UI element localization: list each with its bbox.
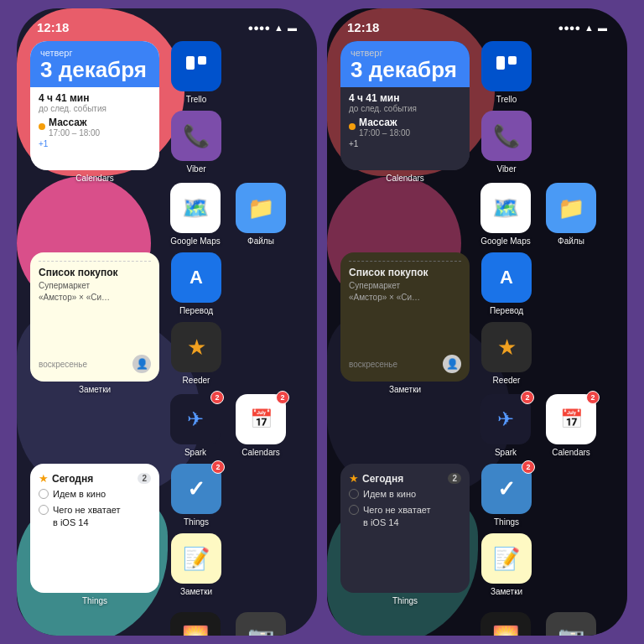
translate-text-right: A — [500, 267, 513, 288]
things-header: ★ Сегодня 2 — [39, 472, 151, 485]
notes-dashes-right — [349, 261, 461, 262]
calendar-widget-left[interactable]: четверг 3 декабря 4 ч 41 мин до след. со… — [30, 41, 159, 183]
things-app-icon-right[interactable]: ✓ 2 Things — [478, 464, 535, 527]
notes-date-row-right: воскресенье 👤 — [349, 355, 461, 373]
spark-icon-right[interactable]: ✈ 2 Spark — [477, 394, 534, 457]
reeder-icon-left[interactable]: ★ Reeder — [168, 322, 225, 385]
viber-label: Viber — [186, 164, 205, 174]
calendars2-icon-left[interactable]: 📅 2 Calendars — [232, 394, 289, 457]
cal-subtitle: до след. события — [39, 104, 151, 113]
spark-label-right: Spark — [495, 448, 517, 457]
things-app-icon-left[interactable]: ✓ 2 Things — [168, 464, 225, 527]
notes-weekday-right: воскресенье — [349, 360, 397, 369]
things-circle-1-right — [349, 489, 359, 499]
cal-dot — [39, 123, 45, 130]
notes-widget-label: Заметки — [79, 385, 111, 394]
calendar-widget-right[interactable]: четверг 3 декабря 4 ч 41 мин до след. со… — [340, 41, 470, 183]
viber-icon-right[interactable]: 📞 Viber — [478, 111, 535, 174]
notes-app-label: Заметки — [180, 587, 212, 596]
notes-emoji-right: 📝 — [493, 546, 520, 572]
row3-right: ★ Сегодня 2 Идем в кино Чего не хватаетв… — [340, 464, 614, 605]
things-widget-right[interactable]: ★ Сегодня 2 Идем в кино Чего не хватаетв… — [340, 464, 470, 605]
gmaps-icon-left[interactable]: 🗺️ Google Maps — [167, 183, 224, 246]
cal-body-right: 4 ч 41 мин до след. события Массаж 17:00… — [340, 87, 470, 170]
phone-right: 12:18 ●●●● ▲ ▬ четверг 3 декабря — [327, 8, 627, 636]
notes-title-right: Список покупок — [349, 267, 461, 278]
translate-icon-left[interactable]: A Перевод — [168, 252, 225, 315]
reeder-star: ★ — [187, 335, 206, 361]
notes-app-icon-left[interactable]: 📝 Заметки — [168, 533, 225, 596]
trello-label: Trello — [186, 95, 207, 104]
things-item-1: Идем в кино — [39, 488, 151, 500]
translate-icon-right[interactable]: A Перевод — [478, 252, 535, 315]
notes-dashes — [39, 261, 151, 262]
status-icons-left: ●●●● ▲ ▬ — [248, 23, 297, 33]
calendars2-icon-right[interactable]: 📅 2 Calendars — [543, 394, 600, 457]
things-item-2: Чего не хватаетв iOS 14 — [39, 504, 151, 528]
things-app-label: Things — [184, 517, 209, 527]
things-star-right: ★ — [349, 472, 359, 485]
spark-wrapper-right: ✈ 2 — [480, 394, 531, 444]
trello-svg — [184, 54, 209, 79]
col-things-notes: ✓ 2 Things 📝 Заметки — [168, 464, 225, 596]
gmaps-icon-right[interactable]: 🗺️ Google Maps — [477, 183, 534, 246]
cal-event-right: Массаж 17:00 – 18:00 — [349, 117, 461, 138]
spark-icon-left[interactable]: ✈ 2 Spark — [167, 394, 224, 457]
things-app-label-right: Things — [494, 517, 519, 527]
things-text-2-right: Чего не хватаетв iOS 14 — [363, 504, 431, 528]
home-grid-right: четверг 3 декабря 4 ч 41 мин до след. со… — [327, 38, 627, 636]
viber-icon-left[interactable]: 📞 Viber — [168, 111, 225, 174]
files-icon-left[interactable]: 📁 Файлы — [232, 183, 289, 246]
gmaps-emoji: 🗺️ — [182, 195, 209, 221]
notes-weekday: воскресенье — [39, 360, 87, 369]
notes-app-label-right: Заметки — [491, 587, 522, 596]
notes-app-icon-right[interactable]: 📝 Заметки — [478, 533, 535, 596]
camera-emoji-right: 📷 — [558, 625, 584, 636]
things-widget-label-right: Things — [392, 596, 418, 605]
spark-badge-right: 2 — [521, 391, 534, 404]
things-count-right: 2 — [448, 473, 461, 484]
photos-icon-right[interactable]: 🌅 Фото — [477, 612, 534, 636]
notes-widget-left[interactable]: Список покупок Супермаркет«Амстор» × «Си… — [30, 252, 159, 394]
notes-body: Супермаркет«Амстор» × «Си… — [39, 280, 151, 304]
calendars2-emoji-right: 📅 — [560, 408, 583, 430]
wifi-icon: ▲ — [274, 23, 283, 33]
reeder-label: Reeder — [183, 376, 210, 385]
photos-emoji-right: 🌅 — [492, 625, 519, 636]
battery-icon-right: ▬ — [598, 23, 607, 33]
spark-plane-right: ✈ — [497, 408, 514, 431]
cal-header: четверг 3 декабря — [30, 41, 159, 87]
reeder-icon-right[interactable]: ★ Reeder — [478, 322, 535, 385]
calendars-widget-label: Calendars — [75, 174, 114, 183]
notes-widget-label-right: Заметки — [389, 385, 421, 394]
notes-body-right: Супермаркет«Амстор» × «Си… — [349, 280, 461, 304]
notes-avatar: 👤 — [132, 355, 151, 373]
trello-icon-left[interactable]: Trello — [168, 41, 225, 104]
calendars2-badge: 2 — [276, 391, 289, 404]
camera-icon-right[interactable]: 📷 Камера — [543, 612, 600, 636]
things-widget-left[interactable]: ★ Сегодня 2 Идем в кино Чего не хватаетв… — [30, 464, 159, 605]
col-translate-reeder: A Перевод ★ Reeder — [168, 252, 225, 385]
status-icons-right: ●●●● ▲ ▬ — [558, 23, 607, 33]
notes-date-row: воскресенье 👤 — [39, 355, 151, 373]
cal-subtitle-right: до след. события — [349, 104, 461, 113]
things-text-1: Идем в кино — [53, 488, 106, 500]
trello-icon-right[interactable]: Trello — [478, 41, 535, 104]
viber-label-right: Viber — [496, 164, 516, 174]
things-today-right: Сегодня — [362, 473, 403, 485]
files-icon-right[interactable]: 📁 Файлы — [543, 183, 600, 246]
camera-icon-left[interactable]: 📷 Камера — [232, 612, 289, 636]
things-circle-2 — [39, 505, 49, 515]
notes-widget-right[interactable]: Список покупок Супермаркет«Амстор» × «Си… — [340, 252, 470, 394]
reeder-label-right: Reeder — [493, 376, 521, 385]
gmaps-label: Google Maps — [170, 236, 220, 246]
status-bar-right: 12:18 ●●●● ▲ ▬ — [327, 8, 627, 38]
photos-icon-left[interactable]: 🌅 Фото — [167, 612, 224, 636]
trello-label-right: Trello — [496, 95, 517, 104]
row3-left: ★ Сегодня 2 Идем в кино Чего не хватаетв… — [30, 464, 304, 605]
svg-rect-0 — [186, 56, 195, 70]
cal-more: +1 — [39, 139, 151, 148]
cal-event-name: Массаж — [49, 117, 100, 128]
cal-more-right: +1 — [349, 139, 461, 148]
battery-icon: ▬ — [288, 23, 297, 33]
